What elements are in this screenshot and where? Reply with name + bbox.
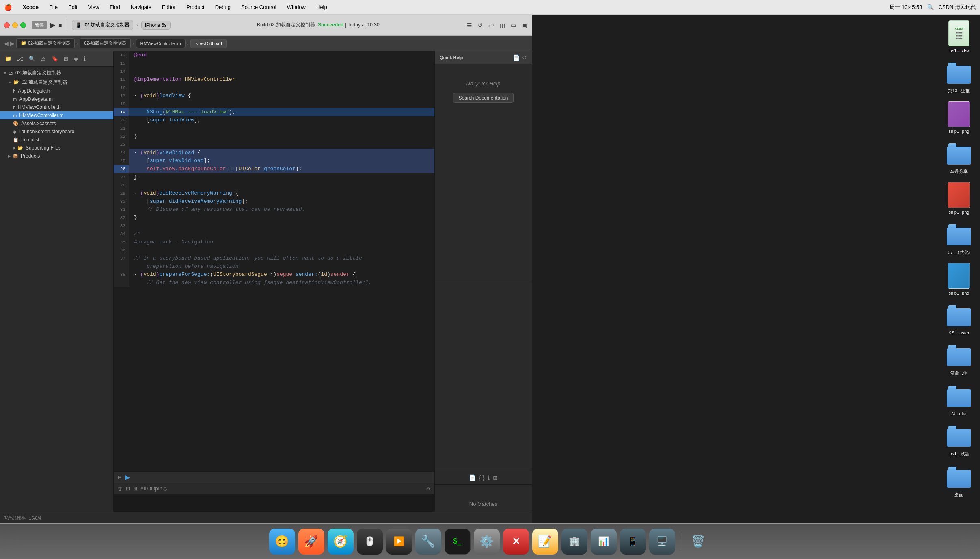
tree-item-appdelegate-m[interactable]: m AppDelegate.m — [0, 95, 113, 103]
tree-item-hmvc-m[interactable]: m HMViewController.m — [0, 111, 113, 119]
menu-source-control[interactable]: Source Control — [240, 3, 278, 11]
nav-bar: ◀ ▶ 📁 02-加载自定义控制器 › 02-加载自定义控制器 › HMView… — [0, 36, 532, 51]
desktop-icon-snip3[interactable]: snip....png — [941, 261, 977, 297]
menu-file[interactable]: File — [47, 3, 59, 11]
menu-product[interactable]: Product — [185, 3, 206, 11]
dock-prefs[interactable]: ⚙️ — [474, 529, 500, 555]
dock-instruments[interactable]: 📊 — [591, 529, 617, 555]
pause-button[interactable]: 暂停 — [32, 21, 47, 29]
desktop-icon-13-business[interactable]: 第13...业推 — [941, 58, 977, 95]
tree-item-project-root[interactable]: ▼ 🗂 02-加载自定义控制器 — [0, 68, 113, 78]
menu-search-icon[interactable]: 🔍 — [927, 4, 934, 10]
tree-item-assets[interactable]: 🎨 Assets.xcassets — [0, 119, 113, 128]
nav-forward-button[interactable]: ▶ — [10, 40, 15, 47]
dock-finder[interactable]: 😊 — [269, 529, 295, 555]
qh-bottom-grid-icon[interactable]: ⊞ — [493, 474, 498, 481]
device-selector[interactable]: iPhone 6s — [141, 21, 170, 30]
tree-item-launchscreen[interactable]: ◈ LaunchScreen.storyboard — [0, 128, 113, 136]
qh-bottom-doc-icon[interactable]: 📄 — [469, 474, 476, 481]
console-split-btn[interactable]: ⊡ — [126, 486, 130, 492]
apple-menu[interactable]: 🍎 — [4, 3, 12, 11]
qh-bottom-code-icon[interactable]: { } — [479, 474, 484, 481]
console-toggle-btn[interactable]: ⊟ — [118, 474, 122, 480]
toolbar-return-icon[interactable]: ⮐ — [488, 21, 495, 29]
toolbar-list-icon[interactable]: ☰ — [466, 21, 473, 29]
tree-item-supporting[interactable]: ▶ 📂 Supporting Files — [0, 144, 113, 152]
tree-item-group-main[interactable]: ▼ 📂 02-加载自定义控制器 — [0, 78, 113, 87]
products-label: Products — [21, 153, 40, 159]
nav-tab-method[interactable]: -viewDidLoad — [190, 39, 227, 48]
code-editor[interactable]: 12 @end 13 14 15 @implementation HMViewC… — [114, 51, 434, 471]
tree-item-products[interactable]: ▶ 📦 Products — [0, 152, 113, 160]
sidebar-shapes-icon[interactable]: ◈ — [72, 55, 80, 63]
menu-edit[interactable]: Edit — [67, 3, 79, 11]
nav-back-button[interactable]: ◀ — [4, 40, 9, 47]
qh-refresh-icon[interactable]: ↺ — [522, 54, 527, 61]
menu-editor[interactable]: Editor — [160, 3, 177, 11]
desktop-icon-desktop[interactable]: 桌面 — [941, 463, 977, 500]
dock-mousepose[interactable]: 🖱️ — [357, 529, 383, 555]
sidebar-warning-icon[interactable]: ⚠ — [39, 55, 47, 63]
tree-item-infoplist[interactable]: 📋 Info.plist — [0, 136, 113, 144]
sidebar-grid-icon[interactable]: ⊞ — [62, 55, 70, 63]
minimize-button[interactable] — [12, 22, 18, 28]
dock-enterprise[interactable]: 🏢 — [561, 529, 587, 555]
search-documentation-button[interactable]: Search Documentation — [453, 93, 513, 103]
desktop-icon-car-fen[interactable]: 车丹分享 — [941, 139, 977, 176]
dock-quicktime[interactable]: ▶️ — [386, 529, 412, 555]
menu-window[interactable]: Window — [285, 3, 307, 11]
tree-item-appdelegate-h[interactable]: h AppDelegate.h — [0, 87, 113, 95]
menu-find[interactable]: Find — [108, 3, 121, 11]
console-clear-btn[interactable]: 🗑 — [118, 486, 123, 492]
fullscreen-button[interactable] — [20, 22, 26, 28]
run-button[interactable]: ▶ — [50, 21, 55, 29]
menu-view[interactable]: View — [86, 3, 101, 11]
toolbar-layout1-icon[interactable]: ◫ — [499, 21, 506, 29]
dock-monitor[interactable]: 🖥️ — [649, 529, 675, 555]
desktop-icon-ios1-xlsx[interactable]: XLSX ■■■■ ■■■■ ■■■■ ios1....xlsx — [941, 19, 977, 54]
console-options-btn[interactable]: ⚙ — [426, 486, 430, 492]
nav-tab-project[interactable]: 📁 02-加载自定义控制器 — [16, 38, 75, 48]
dock-safari[interactable]: 🧭 — [328, 529, 354, 555]
toolbar-layout3-icon[interactable]: ▣ — [521, 21, 528, 29]
sidebar-folder-icon[interactable]: 📁 — [3, 55, 13, 63]
desktop-icon-07-optimize[interactable]: 07-...(优化) — [941, 220, 977, 257]
menu-debug[interactable]: Debug — [214, 3, 232, 11]
qh-doc-icon[interactable]: 📄 — [513, 54, 520, 61]
dock-trash[interactable]: 🗑️ — [685, 529, 711, 555]
code-line-20: 20 [super loadView]; — [114, 116, 434, 124]
menu-navigate[interactable]: Navigate — [129, 3, 153, 11]
close-button[interactable] — [4, 22, 10, 28]
nav-tab-file[interactable]: HMViewController.m — [136, 39, 186, 48]
stop-button[interactable]: ■ — [58, 22, 62, 28]
dock-notes[interactable]: 📝 — [532, 529, 558, 555]
line-content-17: - (void)loadView { — [129, 92, 434, 100]
toolbar-layout2-icon[interactable]: ▭ — [510, 21, 517, 29]
desktop-icon-zj-etail[interactable]: ZJ...etail — [941, 382, 977, 418]
menu-help[interactable]: Help — [315, 3, 329, 11]
desktop-icon-snip1[interactable]: snip....png — [941, 100, 977, 135]
dock-launchpad[interactable]: 🚀 — [298, 529, 324, 555]
dock-utilities[interactable]: 🔧 — [415, 529, 441, 555]
sidebar-bookmark-icon[interactable]: 🔖 — [50, 55, 60, 63]
dock-simulator[interactable]: 📱 — [620, 529, 646, 555]
qh-bottom-info-icon[interactable]: ℹ — [488, 474, 490, 481]
menu-xcode[interactable]: Xcode — [21, 3, 40, 11]
menu-bar-right: 周一 10:45:53 🔍 CSDN·清风玩代 — [889, 4, 976, 11]
desktop-icon-ksi-aster[interactable]: KSI...aster — [941, 301, 977, 337]
scheme-selector[interactable]: 📱 02-加载自定义控制器 — [72, 20, 133, 30]
sidebar-search-icon[interactable]: 🔍 — [27, 55, 37, 63]
dock-terminal[interactable]: $_ — [445, 529, 471, 555]
console-expand-btn[interactable]: ⊞ — [133, 486, 137, 492]
nav-tab-folder[interactable]: 02-加载自定义控制器 — [80, 38, 131, 48]
toolbar-refresh-icon[interactable]: ↺ — [477, 21, 484, 29]
sidebar-git-icon[interactable]: ⎇ — [15, 55, 25, 63]
file-tree: ▼ 🗂 02-加载自定义控制器 ▼ 📂 02-加载自定义控制器 h AppDel… — [0, 67, 113, 523]
desktop-icon-cmd-file[interactable]: 清命...件 — [941, 341, 977, 378]
sidebar-info-icon[interactable]: ℹ — [82, 55, 87, 63]
tree-item-hmvc-h[interactable]: h HMViewController.h — [0, 103, 113, 111]
desktop-icon-ios1-test[interactable]: ios1...试题 — [941, 422, 977, 459]
dock-xmind[interactable]: ✕ — [503, 529, 529, 555]
desktop-icon-snip2[interactable]: snip....png — [941, 180, 977, 216]
line-num-38b — [114, 279, 129, 287]
